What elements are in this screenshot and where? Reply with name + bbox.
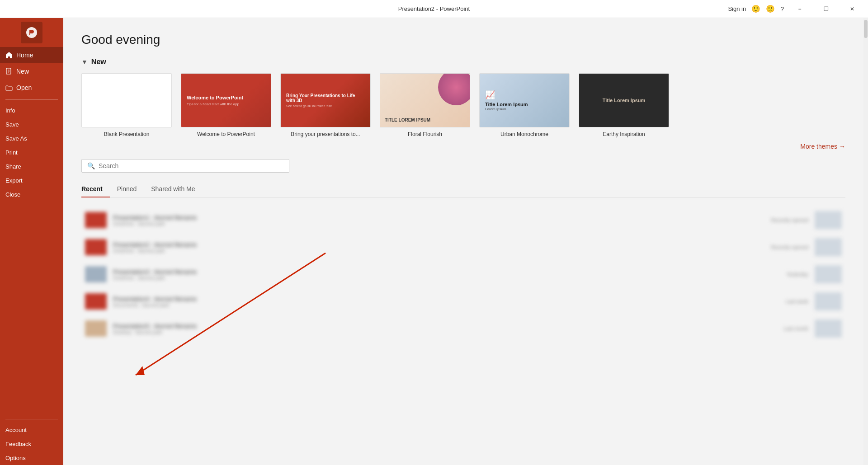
sidebar-open-label: Open bbox=[16, 84, 32, 91]
svg-marker-6 bbox=[136, 366, 145, 375]
urban-chart-icon: 📈 bbox=[485, 90, 564, 100]
sidebar-item-share[interactable]: Share bbox=[0, 160, 63, 174]
recent-files-list: Presentation1 - blurred filename OneDriv… bbox=[81, 207, 845, 342]
template-earthy[interactable]: Title Lorem Ipsum Earthy Inspiration bbox=[579, 73, 669, 137]
new-section-header[interactable]: ▼ New bbox=[81, 58, 845, 66]
recent-item[interactable]: Presentation3 - blurred filename OneDriv… bbox=[81, 261, 845, 288]
sidebar-item-new[interactable]: New bbox=[0, 63, 63, 80]
template-bring3d[interactable]: Bring Your Presentations to Life with 3D… bbox=[280, 73, 371, 137]
tpl-bring3d-title: Bring Your Presentations to Life with 3D bbox=[286, 93, 365, 103]
smiley-icon[interactable]: 🙂 bbox=[751, 5, 760, 13]
frown-icon[interactable]: 🙁 bbox=[766, 5, 775, 13]
recent-file-name: Presentation5 - blurred filename bbox=[113, 323, 778, 329]
sidebar: Home New Open Info Save Save As Print Sh… bbox=[0, 18, 63, 465]
recent-file-date: Last week bbox=[786, 299, 808, 304]
recent-thumb bbox=[85, 266, 107, 282]
template-blank[interactable]: Blank Presentation bbox=[81, 73, 172, 137]
template-welcome[interactable]: Welcome to PowerPoint Tips for a head st… bbox=[181, 73, 271, 137]
tpl-earthy-title: Title Lorem Ipsum bbox=[603, 98, 646, 103]
recent-info: Presentation1 - blurred filename OneDriv… bbox=[113, 214, 764, 226]
recent-item[interactable]: Presentation5 - blurred filename Desktop… bbox=[81, 315, 845, 342]
template-thumb-welcome: Welcome to PowerPoint Tips for a head st… bbox=[181, 73, 271, 127]
sidebar-nav-top: Home New Open bbox=[0, 47, 63, 96]
search-bar: 🔍 bbox=[81, 159, 289, 173]
sidebar-item-close[interactable]: Close bbox=[0, 188, 63, 202]
recent-item[interactable]: Presentation4 - blurred filename Documen… bbox=[81, 288, 845, 315]
sidebar-divider-top bbox=[5, 99, 58, 100]
recent-file-date: Yesterday bbox=[786, 272, 808, 277]
recent-file-name: Presentation2 - blurred filename bbox=[113, 241, 764, 248]
recent-file-date: Recently opened bbox=[771, 244, 808, 250]
recent-file-date: Last month bbox=[784, 326, 808, 331]
template-inner-bring3d: Bring Your Presentations to Life with 3D… bbox=[281, 74, 370, 127]
sidebar-item-open[interactable]: Open bbox=[0, 80, 63, 96]
tab-recent[interactable]: Recent bbox=[81, 182, 110, 197]
more-themes-link[interactable]: More themes → bbox=[800, 143, 845, 150]
recent-thumb bbox=[85, 212, 107, 228]
template-name-blank: Blank Presentation bbox=[104, 131, 150, 137]
recent-info: Presentation2 - blurred filename OneDriv… bbox=[113, 241, 764, 254]
close-button[interactable]: ✕ bbox=[842, 0, 863, 18]
template-name-bring3d: Bring your presentations to... bbox=[291, 131, 360, 137]
sidebar-divider-bottom bbox=[5, 419, 58, 419]
sidebar-home-label: Home bbox=[16, 52, 33, 59]
template-thumb-floral: TITLE LOREM IPSUM bbox=[380, 73, 470, 127]
template-inner-floral: TITLE LOREM IPSUM bbox=[380, 74, 470, 127]
recent-file-name: Presentation4 - blurred filename bbox=[113, 296, 779, 302]
recent-preview-thumb bbox=[815, 319, 842, 338]
template-thumb-urban: 📈 Title Lorem Ipsum Lorem Ipsum bbox=[479, 73, 570, 127]
template-name-floral: Floral Flourish bbox=[408, 131, 442, 137]
recent-file-path: OneDrive - blurred path bbox=[113, 248, 764, 254]
floral-circle-decoration bbox=[438, 74, 470, 105]
template-urban[interactable]: 📈 Title Lorem Ipsum Lorem Ipsum Urban Mo… bbox=[479, 73, 570, 137]
sidebar-item-home[interactable]: Home bbox=[0, 47, 63, 63]
tpl-urban-sub: Lorem Ipsum bbox=[485, 107, 564, 111]
recent-info: Presentation4 - blurred filename Documen… bbox=[113, 296, 779, 308]
sidebar-item-options[interactable]: Options bbox=[0, 451, 63, 465]
tab-shared[interactable]: Shared with Me bbox=[151, 182, 202, 197]
sidebar-item-save[interactable]: Save bbox=[0, 117, 63, 132]
recent-file-path: OneDrive - blurred path bbox=[113, 275, 780, 281]
scrollbar-thumb[interactable] bbox=[864, 20, 868, 38]
recent-preview-thumb bbox=[815, 265, 842, 283]
tpl-bring3d-sub: See how to go 3D in PowerPoint bbox=[286, 104, 365, 108]
template-name-welcome: Welcome to PowerPoint bbox=[197, 131, 255, 137]
search-input[interactable] bbox=[99, 162, 283, 169]
sidebar-item-info[interactable]: Info bbox=[0, 103, 63, 117]
sidebar-nav-middle: Info Save Save As Print Share Export Clo… bbox=[0, 103, 63, 202]
template-floral[interactable]: TITLE LOREM IPSUM Floral Flourish bbox=[380, 73, 470, 137]
recent-info: Presentation5 - blurred filename Desktop… bbox=[113, 323, 778, 335]
sidebar-item-feedback[interactable]: Feedback bbox=[0, 437, 63, 451]
tpl-welcome-title: Welcome to PowerPoint bbox=[187, 95, 265, 100]
greeting-text: Good evening bbox=[81, 33, 845, 47]
new-section-label: New bbox=[91, 58, 106, 66]
sidebar-item-save-as[interactable]: Save As bbox=[0, 132, 63, 146]
template-inner-urban: 📈 Title Lorem Ipsum Lorem Ipsum bbox=[480, 74, 569, 127]
tpl-floral-title: TITLE LOREM IPSUM bbox=[385, 117, 465, 122]
more-themes-row: More themes → bbox=[81, 143, 845, 150]
sidebar-item-export[interactable]: Export bbox=[0, 174, 63, 188]
recent-item[interactable]: Presentation2 - blurred filename OneDriv… bbox=[81, 234, 845, 261]
scrollbar[interactable] bbox=[863, 18, 868, 465]
tpl-welcome-sub: Tips for a head start with the app bbox=[187, 102, 265, 106]
recent-file-date: Recently opened bbox=[771, 217, 808, 223]
tab-pinned[interactable]: Pinned bbox=[117, 182, 144, 197]
minimize-button[interactable]: − bbox=[789, 0, 810, 18]
help-icon[interactable]: ? bbox=[780, 5, 784, 13]
sidebar-item-print[interactable]: Print bbox=[0, 146, 63, 160]
template-name-earthy: Earthy Inspiration bbox=[603, 131, 645, 137]
sidebar-item-account[interactable]: Account bbox=[0, 423, 63, 437]
restore-button[interactable]: ❐ bbox=[816, 0, 836, 18]
recent-preview-thumb bbox=[815, 292, 842, 310]
recent-item[interactable]: Presentation1 - blurred filename OneDriv… bbox=[81, 207, 845, 234]
chevron-down-icon: ▼ bbox=[81, 58, 88, 66]
recent-thumb bbox=[85, 239, 107, 255]
app-logo[interactable] bbox=[21, 22, 42, 43]
sign-in-button[interactable]: Sign in bbox=[728, 5, 746, 12]
templates-grid: Blank Presentation Welcome to PowerPoint… bbox=[81, 73, 845, 137]
recent-preview-thumb bbox=[815, 211, 842, 229]
arrow-right-icon: → bbox=[839, 143, 845, 150]
main-content: Good evening ▼ New Blank Presentation We… bbox=[63, 18, 863, 465]
tpl-urban-title: Title Lorem Ipsum bbox=[485, 102, 564, 107]
template-thumb-blank bbox=[81, 73, 172, 127]
